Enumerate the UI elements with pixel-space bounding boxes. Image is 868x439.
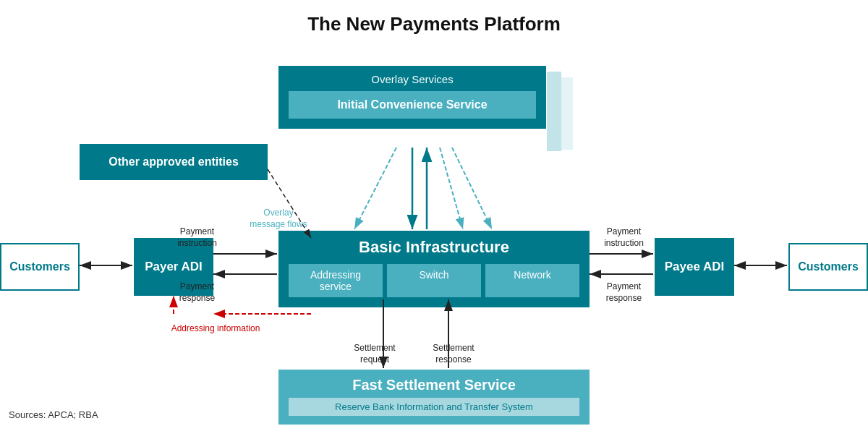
- payment-response-right-label: Payment response: [590, 281, 658, 304]
- svg-line-16: [452, 148, 492, 229]
- reserve-bank-label: Reserve Bank Information and Transfer Sy…: [289, 398, 579, 416]
- basic-infrastructure-box: Basic Infrastructure Addressing service …: [278, 231, 590, 307]
- svg-line-14: [354, 148, 396, 229]
- settlement-response-label: Settlement response: [414, 343, 493, 365]
- payment-response-left-label: Payment response: [163, 281, 231, 304]
- page-title: The New Payments Platform: [0, 0, 868, 43]
- basic-infra-label: Basic Infrastructure: [289, 238, 579, 257]
- overlay-shadow2: [561, 77, 573, 150]
- addressing-service-box: Addressing service: [289, 264, 383, 297]
- initial-convenience-box: Initial Convenience Service: [289, 91, 536, 119]
- overlay-services-label: Overlay Services: [289, 73, 536, 85]
- sources-label: Sources: APCA; RBA: [9, 409, 98, 420]
- other-entities-box: Other approved entities: [80, 144, 268, 180]
- infra-services-row: Addressing service Switch Network: [289, 264, 579, 297]
- customers-right-box: Customers: [788, 243, 868, 291]
- payment-instruction-right-label: Payment instruction: [590, 226, 658, 249]
- payment-instruction-left-label: Payment instruction: [163, 226, 231, 249]
- customers-left-box: Customers: [0, 243, 80, 291]
- switch-box: Switch: [387, 264, 481, 297]
- network-box: Network: [485, 264, 579, 297]
- overlay-services-box: Overlay Services Initial Convenience Ser…: [278, 66, 546, 129]
- overlay-message-flows-label: Overlay message flows: [246, 208, 311, 230]
- addressing-information-label: Addressing information: [158, 323, 273, 335]
- diagram-container: Overlay Services Initial Convenience Ser…: [0, 43, 868, 426]
- fast-settlement-box: Fast Settlement Service Reserve Bank Inf…: [278, 370, 590, 425]
- payee-adi-box: Payee ADI: [655, 238, 734, 296]
- fast-settlement-label: Fast Settlement Service: [289, 377, 579, 393]
- settlement-request-label: Settlement request: [339, 343, 411, 365]
- overlay-shadow1: [547, 72, 561, 151]
- svg-line-15: [440, 148, 463, 229]
